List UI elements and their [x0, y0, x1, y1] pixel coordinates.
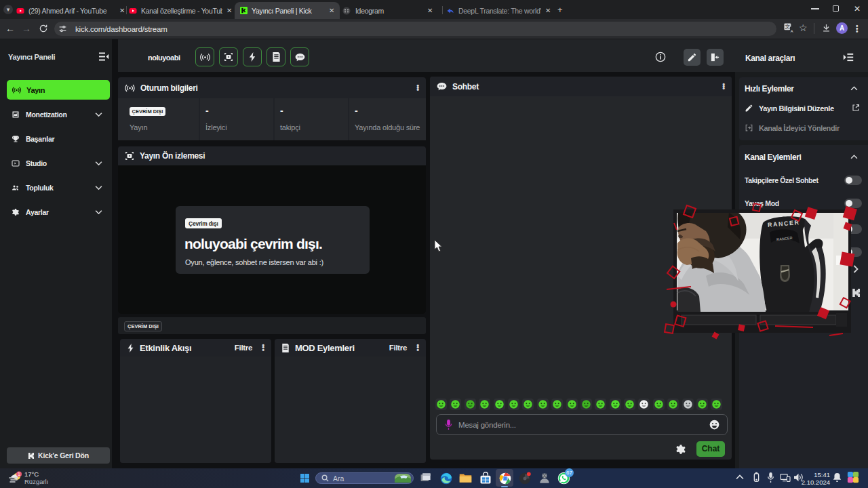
svg-text:文: 文	[785, 24, 790, 30]
svg-text:1: 1	[18, 472, 20, 476]
svg-text:A: A	[791, 29, 793, 33]
